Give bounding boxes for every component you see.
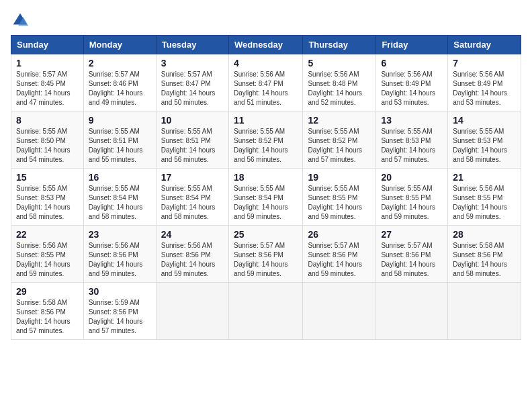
cell-info: Sunrise: 5:55 AMSunset: 8:51 PMDaylight:… — [161, 128, 216, 163]
calendar-cell: 20 Sunrise: 5:55 AMSunset: 8:55 PMDaylig… — [376, 169, 448, 226]
day-number: 3 — [161, 58, 224, 68]
day-header-thursday: Thursday — [303, 36, 376, 54]
calendar-cell: 5 Sunrise: 5:56 AMSunset: 8:48 PMDayligh… — [303, 54, 376, 111]
cell-info: Sunrise: 5:55 AMSunset: 8:53 PMDaylight:… — [16, 185, 71, 220]
calendar-cell — [448, 283, 521, 340]
day-number: 27 — [381, 229, 443, 240]
day-number: 22 — [16, 229, 79, 240]
calendar-cell: 15 Sunrise: 5:55 AMSunset: 8:53 PMDaylig… — [11, 169, 84, 226]
calendar-cell: 29 Sunrise: 5:58 AMSunset: 8:56 PMDaylig… — [11, 283, 84, 340]
day-header-friday: Friday — [376, 36, 448, 54]
calendar-cell: 8 Sunrise: 5:55 AMSunset: 8:50 PMDayligh… — [11, 111, 84, 169]
calendar-cell: 9 Sunrise: 5:55 AMSunset: 8:51 PMDayligh… — [83, 111, 156, 169]
cell-info: Sunrise: 5:55 AMSunset: 8:52 PMDaylight:… — [234, 128, 288, 163]
calendar-cell: 19 Sunrise: 5:55 AMSunset: 8:55 PMDaylig… — [303, 169, 376, 226]
calendar-cell: 25 Sunrise: 5:57 AMSunset: 8:56 PMDaylig… — [228, 226, 302, 283]
day-number: 25 — [234, 229, 298, 240]
calendar-cell: 17 Sunrise: 5:55 AMSunset: 8:54 PMDaylig… — [156, 169, 228, 226]
cell-info: Sunrise: 5:57 AMSunset: 8:47 PMDaylight:… — [161, 71, 216, 106]
cell-info: Sunrise: 5:56 AMSunset: 8:49 PMDaylight:… — [453, 71, 507, 106]
day-number: 6 — [381, 58, 443, 68]
day-number: 30 — [89, 286, 151, 297]
day-header-wednesday: Wednesday — [228, 36, 302, 54]
cell-info: Sunrise: 5:57 AMSunset: 8:56 PMDaylight:… — [234, 242, 288, 277]
calendar-week-5: 29 Sunrise: 5:58 AMSunset: 8:56 PMDaylig… — [11, 283, 521, 340]
day-number: 13 — [381, 115, 443, 126]
day-number: 19 — [308, 172, 371, 183]
calendar-header-row: SundayMondayTuesdayWednesdayThursdayFrid… — [11, 36, 521, 54]
day-number: 21 — [453, 172, 516, 183]
cell-info: Sunrise: 5:55 AMSunset: 8:51 PMDaylight:… — [89, 128, 143, 163]
day-number: 16 — [89, 172, 151, 183]
calendar-cell — [376, 283, 448, 340]
calendar-cell: 13 Sunrise: 5:55 AMSunset: 8:53 PMDaylig… — [376, 111, 448, 169]
cell-info: Sunrise: 5:57 AMSunset: 8:45 PMDaylight:… — [16, 71, 71, 106]
calendar-week-4: 22 Sunrise: 5:56 AMSunset: 8:55 PMDaylig… — [11, 226, 521, 283]
day-header-saturday: Saturday — [448, 36, 521, 54]
day-number: 23 — [89, 229, 151, 240]
day-number: 17 — [161, 172, 224, 183]
calendar-cell: 21 Sunrise: 5:56 AMSunset: 8:55 PMDaylig… — [448, 169, 521, 226]
cell-info: Sunrise: 5:57 AMSunset: 8:56 PMDaylight:… — [308, 242, 362, 277]
day-number: 4 — [234, 58, 298, 68]
cell-info: Sunrise: 5:56 AMSunset: 8:47 PMDaylight:… — [234, 71, 288, 106]
calendar-cell: 4 Sunrise: 5:56 AMSunset: 8:47 PMDayligh… — [228, 54, 302, 111]
day-number: 18 — [234, 172, 298, 183]
logo-icon — [11, 11, 30, 30]
day-number: 24 — [161, 229, 224, 240]
calendar-cell: 23 Sunrise: 5:56 AMSunset: 8:56 PMDaylig… — [83, 226, 156, 283]
cell-info: Sunrise: 5:56 AMSunset: 8:55 PMDaylight:… — [16, 242, 71, 277]
day-number: 28 — [453, 229, 516, 240]
day-number: 8 — [16, 115, 79, 126]
calendar-cell — [156, 283, 228, 340]
logo — [11, 11, 31, 30]
calendar-table: SundayMondayTuesdayWednesdayThursdayFrid… — [11, 35, 521, 340]
calendar-cell: 7 Sunrise: 5:56 AMSunset: 8:49 PMDayligh… — [448, 54, 521, 111]
day-number: 5 — [308, 58, 371, 68]
cell-info: Sunrise: 5:55 AMSunset: 8:52 PMDaylight:… — [308, 128, 362, 163]
day-number: 29 — [16, 286, 79, 297]
day-number: 12 — [308, 115, 371, 126]
calendar-cell: 1 Sunrise: 5:57 AMSunset: 8:45 PMDayligh… — [11, 54, 84, 111]
calendar-cell: 3 Sunrise: 5:57 AMSunset: 8:47 PMDayligh… — [156, 54, 228, 111]
cell-info: Sunrise: 5:55 AMSunset: 8:50 PMDaylight:… — [16, 128, 71, 163]
calendar-cell: 26 Sunrise: 5:57 AMSunset: 8:56 PMDaylig… — [303, 226, 376, 283]
day-number: 7 — [453, 58, 516, 68]
cell-info: Sunrise: 5:55 AMSunset: 8:55 PMDaylight:… — [308, 185, 362, 220]
calendar-cell: 24 Sunrise: 5:56 AMSunset: 8:56 PMDaylig… — [156, 226, 228, 283]
calendar-cell: 10 Sunrise: 5:55 AMSunset: 8:51 PMDaylig… — [156, 111, 228, 169]
cell-info: Sunrise: 5:55 AMSunset: 8:53 PMDaylight:… — [381, 128, 435, 163]
day-number: 15 — [16, 172, 79, 183]
day-number: 26 — [308, 229, 371, 240]
cell-info: Sunrise: 5:57 AMSunset: 8:56 PMDaylight:… — [381, 242, 435, 277]
cell-info: Sunrise: 5:56 AMSunset: 8:48 PMDaylight:… — [308, 71, 362, 106]
calendar-week-3: 15 Sunrise: 5:55 AMSunset: 8:53 PMDaylig… — [11, 169, 521, 226]
calendar-cell: 22 Sunrise: 5:56 AMSunset: 8:55 PMDaylig… — [11, 226, 84, 283]
calendar-cell: 2 Sunrise: 5:57 AMSunset: 8:46 PMDayligh… — [83, 54, 156, 111]
cell-info: Sunrise: 5:55 AMSunset: 8:55 PMDaylight:… — [381, 185, 435, 220]
day-header-tuesday: Tuesday — [156, 36, 228, 54]
calendar-cell: 18 Sunrise: 5:55 AMSunset: 8:54 PMDaylig… — [228, 169, 302, 226]
calendar-week-2: 8 Sunrise: 5:55 AMSunset: 8:50 PMDayligh… — [11, 111, 521, 169]
day-header-sunday: Sunday — [11, 36, 84, 54]
day-number: 1 — [16, 58, 79, 68]
calendar-week-1: 1 Sunrise: 5:57 AMSunset: 8:45 PMDayligh… — [11, 54, 521, 111]
cell-info: Sunrise: 5:58 AMSunset: 8:56 PMDaylight:… — [16, 299, 71, 334]
page-header — [11, 11, 521, 30]
calendar-cell: 30 Sunrise: 5:59 AMSunset: 8:56 PMDaylig… — [83, 283, 156, 340]
day-number: 2 — [89, 58, 151, 68]
calendar-cell: 27 Sunrise: 5:57 AMSunset: 8:56 PMDaylig… — [376, 226, 448, 283]
calendar-cell — [303, 283, 376, 340]
cell-info: Sunrise: 5:55 AMSunset: 8:54 PMDaylight:… — [234, 185, 288, 220]
cell-info: Sunrise: 5:56 AMSunset: 8:55 PMDaylight:… — [453, 185, 507, 220]
cell-info: Sunrise: 5:55 AMSunset: 8:54 PMDaylight:… — [89, 185, 143, 220]
day-number: 11 — [234, 115, 298, 126]
cell-info: Sunrise: 5:57 AMSunset: 8:46 PMDaylight:… — [89, 71, 143, 106]
cell-info: Sunrise: 5:55 AMSunset: 8:54 PMDaylight:… — [161, 185, 216, 220]
cell-info: Sunrise: 5:58 AMSunset: 8:56 PMDaylight:… — [453, 242, 507, 277]
day-number: 10 — [161, 115, 224, 126]
calendar-cell — [228, 283, 302, 340]
calendar-cell: 14 Sunrise: 5:55 AMSunset: 8:53 PMDaylig… — [448, 111, 521, 169]
day-header-monday: Monday — [83, 36, 156, 54]
day-number: 14 — [453, 115, 516, 126]
